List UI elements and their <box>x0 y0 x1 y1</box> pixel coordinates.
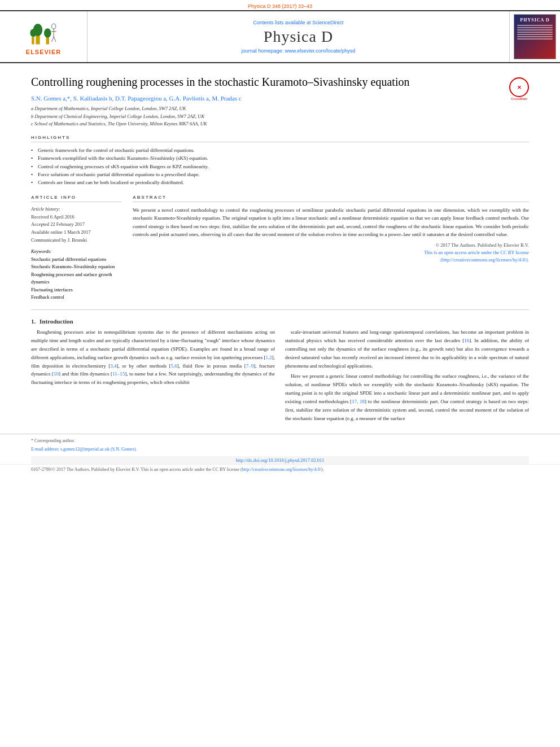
journal-homepage: journal homepage: www.elsevier.com/locat… <box>242 48 356 54</box>
article-title: Controlling roughening processes in the … <box>31 75 529 89</box>
elsevier-tree-icon <box>27 19 60 47</box>
affiliation-a: a Department of Mathematics, Imperial Co… <box>31 105 529 113</box>
contents-line: Contents lists available at ScienceDirec… <box>253 20 343 25</box>
elsevier-logo-area: ELSEVIER <box>0 11 88 62</box>
ref-3-link[interactable]: 5,6 <box>171 363 177 369</box>
thumb-lines <box>517 25 553 41</box>
license-line2-text: This is an open access article under the… <box>424 250 529 255</box>
issn-text: 0167-2789/© 2017 The Authors. Published … <box>31 467 242 472</box>
email-label: E-mail address: <box>31 447 60 452</box>
received-date: Received 6 April 2016 <box>31 213 121 221</box>
ref-2-link[interactable]: 3,4 <box>110 363 116 369</box>
thumb-line <box>517 32 553 33</box>
keyword-item: Fluctuating interfaces <box>31 286 121 294</box>
homepage-url[interactable]: www.elsevier.com/locate/physd <box>285 48 356 54</box>
crossmark-icon: ✕ <box>509 77 529 97</box>
keywords-section: Keywords: Stochastic partial differentia… <box>31 248 121 302</box>
homepage-label: journal homepage: <box>242 48 284 54</box>
title-area: ✕ CrossMark Controlling roughening proce… <box>31 75 529 89</box>
ref-7-link[interactable]: 16 <box>464 338 469 343</box>
thumb-line <box>517 27 553 28</box>
footer: * Corresponding author. E-mail address: … <box>0 434 560 456</box>
abstract-license: © 2017 The Authors. Published by Elsevie… <box>133 242 529 263</box>
physica-thumbnail: PHYSICA D <box>514 14 556 59</box>
article-info-label: ARTICLE INFO <box>31 195 121 202</box>
contents-text: Contents lists available at <box>253 20 310 25</box>
ref-6-link[interactable]: 11–15 <box>112 371 125 377</box>
license-url: (http://creativecommons.org/licenses/by/… <box>133 256 529 264</box>
journal-ref: Physica D 348 (2017) 33–43 <box>248 3 312 9</box>
svg-rect-2 <box>46 36 49 44</box>
doi-bar: http://dx.doi.org/10.1016/j.physd.2017.0… <box>31 456 529 464</box>
intro-paragraph-1: Roughening processes arise in nonequilib… <box>31 328 275 387</box>
intro-body: Roughening processes arise in nonequilib… <box>31 328 529 425</box>
highlight-item: Controls are linear and can be both loca… <box>31 178 529 186</box>
bottom-bar: 0167-2789/© 2017 The Authors. Published … <box>0 464 560 474</box>
svg-line-10 <box>54 36 56 41</box>
page: Physica D 348 (2017) 33–43 <box>0 0 560 747</box>
svg-rect-5 <box>32 37 34 44</box>
highlights-list: Generic framework for the control of sto… <box>31 146 529 187</box>
main-content: ✕ CrossMark Controlling roughening proce… <box>0 63 560 434</box>
ref-1-link[interactable]: 1,2 <box>266 355 272 360</box>
section-number: 1. <box>31 318 36 325</box>
available-date: Available online 1 March 2017 <box>31 229 121 236</box>
keyword-item: Stochastic Kuramoto–Sivashinsky equation <box>31 263 121 270</box>
thumb-line <box>517 29 553 30</box>
section-divider <box>31 309 529 310</box>
intro-paragraph-2: scale-invariant universal features and l… <box>285 328 529 370</box>
affiliation-b: b Department of Chemical Engineering, Im… <box>31 113 529 121</box>
thumb-line <box>517 25 553 26</box>
highlight-item: Force solutions of stochastic partial di… <box>31 171 529 178</box>
email-name: (S.N. Gomes). <box>111 447 137 452</box>
license-line2: This is an open access article under the… <box>133 249 529 256</box>
cc-url[interactable]: http://creativecommons.org/licenses/by/4… <box>242 467 321 472</box>
crossmark-label: CrossMark <box>509 97 529 101</box>
communicated-by: Communicated by J. Bronski <box>31 237 121 244</box>
authors-line: S.N. Gomes a,*, S. Kalliadasis b, D.T. P… <box>31 95 529 102</box>
keyword-item: Stochastic partial differential equation… <box>31 256 121 263</box>
intro-section-title: 1. Introduction <box>31 318 529 325</box>
accepted-date: Accepted 22 February 2017 <box>31 221 121 228</box>
keywords-label: Keywords: <box>31 248 121 254</box>
keyword-item: Feedback control <box>31 294 121 301</box>
info-abstract-area: ARTICLE INFO Article history: Received 6… <box>31 195 529 302</box>
journal-header: ELSEVIER Contents lists available at Sci… <box>0 10 560 63</box>
thumb-line <box>517 34 553 35</box>
elsevier-logo: ELSEVIER <box>26 19 61 55</box>
license-line1: © 2017 The Authors. Published by Elsevie… <box>133 242 529 249</box>
email-link[interactable]: s.gomes12@imperial.ac.uk <box>60 447 110 452</box>
journal-reference-bar: Physica D 348 (2017) 33–43 <box>0 0 560 10</box>
elsevier-wordmark: ELSEVIER <box>26 49 61 55</box>
affiliation-c: c School of Mathematics and Statistics, … <box>31 120 529 128</box>
doi-url[interactable]: http://dx.doi.org/10.1016/j.physd.2017.0… <box>236 457 325 463</box>
journal-name: Physica D <box>264 28 333 46</box>
intro-paragraph-3: Here we present a generic linear control… <box>285 372 529 422</box>
ref-8-link[interactable]: 17, 18 <box>352 399 365 404</box>
svg-point-3 <box>44 28 51 37</box>
thumb-line <box>517 36 553 37</box>
article-info-col: ARTICLE INFO Article history: Received 6… <box>31 195 121 302</box>
section-name: Introduction <box>40 318 73 325</box>
science-direct-link[interactable]: ScienceDirect <box>312 20 344 25</box>
ref-5-link[interactable]: 10 <box>54 371 59 377</box>
issn-end: ). <box>321 467 324 472</box>
ref-4-link[interactable]: 7–9 <box>246 363 254 369</box>
abstract-text: We present a novel control methodology t… <box>133 206 529 239</box>
highlight-item: Generic framework for the control of sto… <box>31 146 529 154</box>
affiliations: a Department of Mathematics, Imperial Co… <box>31 105 529 128</box>
svg-line-9 <box>52 36 54 41</box>
thumbnail-area: PHYSICA D <box>509 11 560 62</box>
svg-point-6 <box>52 24 56 29</box>
history-label: Article history: <box>31 206 121 212</box>
footnote-email: E-mail address: s.gomes12@imperial.ac.uk… <box>31 446 529 453</box>
intro-col-left: Roughening processes arise in nonequilib… <box>31 328 275 425</box>
highlights-label: HIGHLIGHTS <box>31 135 529 142</box>
abstract-col: ABSTRACT We present a novel control meth… <box>133 195 529 302</box>
thumb-title: PHYSICA D <box>520 18 549 23</box>
journal-info-center: Contents lists available at ScienceDirec… <box>88 11 509 62</box>
abstract-label: ABSTRACT <box>133 195 529 202</box>
highlights-section: HIGHLIGHTS Generic framework for the con… <box>31 135 529 187</box>
highlight-item: Control of roughening processes of sKS e… <box>31 163 529 171</box>
license-url-link[interactable]: (http://creativecommons.org/licenses/by/… <box>440 257 529 263</box>
